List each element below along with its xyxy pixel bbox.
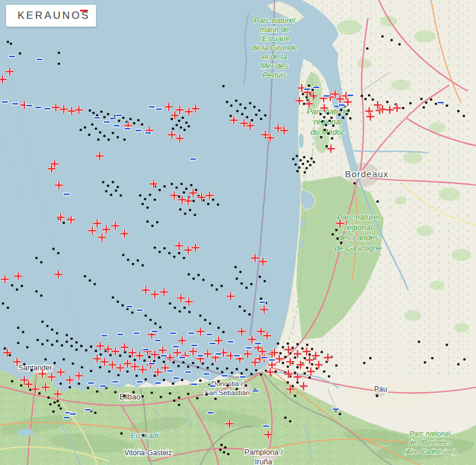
black-dot-marker[interactable] <box>202 279 205 281</box>
black-dot-marker[interactable] <box>80 129 82 131</box>
black-dot-marker[interactable] <box>182 361 185 364</box>
black-dot-marker[interactable] <box>63 222 65 224</box>
black-dot-marker[interactable] <box>121 304 124 307</box>
black-dot-marker[interactable] <box>51 328 53 331</box>
blue-dash-marker[interactable] <box>149 106 155 108</box>
black-dot-marker[interactable] <box>139 194 141 197</box>
black-dot-marker[interactable] <box>187 393 189 395</box>
black-dot-marker[interactable] <box>296 170 299 172</box>
black-dot-marker[interactable] <box>72 362 74 365</box>
black-dot-marker[interactable] <box>264 280 266 282</box>
black-dot-marker[interactable] <box>96 114 98 117</box>
black-dot-marker[interactable] <box>53 362 56 364</box>
blue-dash-marker[interactable] <box>191 383 198 385</box>
black-dot-marker[interactable] <box>90 370 92 372</box>
black-dot-marker[interactable] <box>141 123 143 126</box>
black-dot-marker[interactable] <box>328 375 330 378</box>
black-dot-marker[interactable] <box>188 273 190 276</box>
blue-dash-marker[interactable] <box>216 353 222 355</box>
black-dot-marker[interactable] <box>311 348 313 350</box>
black-dot-marker[interactable] <box>264 114 267 117</box>
black-dot-marker[interactable] <box>26 346 29 348</box>
black-dot-marker[interactable] <box>249 102 251 104</box>
black-dot-marker[interactable] <box>463 358 466 361</box>
black-dot-marker[interactable] <box>58 63 60 65</box>
black-dot-marker[interactable] <box>124 351 126 353</box>
blue-dash-marker[interactable] <box>170 332 177 334</box>
black-dot-marker[interactable] <box>84 126 86 129</box>
blue-dash-marker[interactable] <box>26 104 33 107</box>
black-dot-marker[interactable] <box>189 209 191 211</box>
black-dot-marker[interactable] <box>197 366 199 368</box>
black-dot-marker[interactable] <box>255 114 257 116</box>
black-dot-marker[interactable] <box>11 284 13 287</box>
black-dot-marker[interactable] <box>239 103 242 106</box>
black-dot-marker[interactable] <box>294 163 297 166</box>
black-dot-marker[interactable] <box>158 356 160 359</box>
black-dot-marker[interactable] <box>102 181 104 183</box>
black-dot-marker[interactable] <box>144 378 147 381</box>
black-dot-marker[interactable] <box>89 109 91 112</box>
black-dot-marker[interactable] <box>172 361 175 364</box>
black-dot-marker[interactable] <box>420 98 423 100</box>
black-dot-marker[interactable] <box>299 159 302 161</box>
black-dot-marker[interactable] <box>153 360 155 362</box>
black-dot-marker[interactable] <box>126 308 129 310</box>
black-dot-marker[interactable] <box>146 220 149 223</box>
blue-dash-marker[interactable] <box>104 121 110 123</box>
black-dot-marker[interactable] <box>321 120 324 123</box>
black-dot-marker[interactable] <box>151 392 153 394</box>
black-dot-marker[interactable] <box>148 356 151 358</box>
black-dot-marker[interactable] <box>141 264 144 266</box>
black-dot-marker[interactable] <box>204 319 206 321</box>
black-dot-marker[interactable] <box>22 331 24 333</box>
black-dot-marker[interactable] <box>120 194 122 197</box>
black-dot-marker[interactable] <box>231 372 233 374</box>
black-dot-marker[interactable] <box>117 300 119 303</box>
black-dot-marker[interactable] <box>321 351 323 353</box>
black-dot-marker[interactable] <box>85 349 87 351</box>
black-dot-marker[interactable] <box>177 365 180 367</box>
black-dot-marker[interactable] <box>327 132 330 135</box>
black-dot-marker[interactable] <box>372 98 374 101</box>
blue-dash-marker[interactable] <box>173 345 180 348</box>
black-dot-marker[interactable] <box>205 393 208 396</box>
black-dot-marker[interactable] <box>185 121 188 124</box>
black-dot-marker[interactable] <box>309 164 311 166</box>
black-dot-marker[interactable] <box>59 407 62 410</box>
black-dot-marker[interactable] <box>84 275 86 277</box>
black-dot-marker[interactable] <box>129 355 131 358</box>
black-dot-marker[interactable] <box>178 252 180 254</box>
black-dot-marker[interactable] <box>361 95 363 97</box>
black-dot-marker[interactable] <box>279 352 282 355</box>
black-dot-marker[interactable] <box>340 242 342 244</box>
blue-dash-marker[interactable] <box>137 381 143 383</box>
black-dot-marker[interactable] <box>114 391 117 393</box>
blue-dash-marker[interactable] <box>112 381 119 383</box>
black-dot-marker[interactable] <box>154 246 156 249</box>
blue-dash-marker[interactable] <box>255 342 262 345</box>
black-dot-marker[interactable] <box>88 134 90 136</box>
black-dot-marker[interactable] <box>92 112 95 114</box>
blue-dash-marker[interactable] <box>155 382 162 384</box>
black-dot-marker[interactable] <box>178 310 181 313</box>
black-dot-marker[interactable] <box>226 101 228 103</box>
black-dot-marker[interactable] <box>87 387 89 389</box>
black-dot-marker[interactable] <box>78 382 80 385</box>
black-dot-marker[interactable] <box>234 266 237 268</box>
blue-dash-marker[interactable] <box>438 101 444 104</box>
black-dot-marker[interactable] <box>172 382 174 385</box>
black-dot-marker[interactable] <box>229 115 232 117</box>
black-dot-marker[interactable] <box>221 371 223 373</box>
black-dot-marker[interactable] <box>259 276 261 278</box>
black-dot-marker[interactable] <box>168 252 171 254</box>
black-dot-marker[interactable] <box>156 221 158 223</box>
black-dot-marker[interactable] <box>323 370 325 373</box>
blue-dash-marker[interactable] <box>152 330 158 333</box>
blue-dash-marker[interactable] <box>100 385 107 387</box>
blue-dash-marker[interactable] <box>70 413 76 415</box>
black-dot-marker[interactable] <box>284 356 287 358</box>
black-dot-marker[interactable] <box>301 347 304 350</box>
blue-dash-marker[interactable] <box>145 132 152 134</box>
black-dot-marker[interactable] <box>418 341 420 343</box>
